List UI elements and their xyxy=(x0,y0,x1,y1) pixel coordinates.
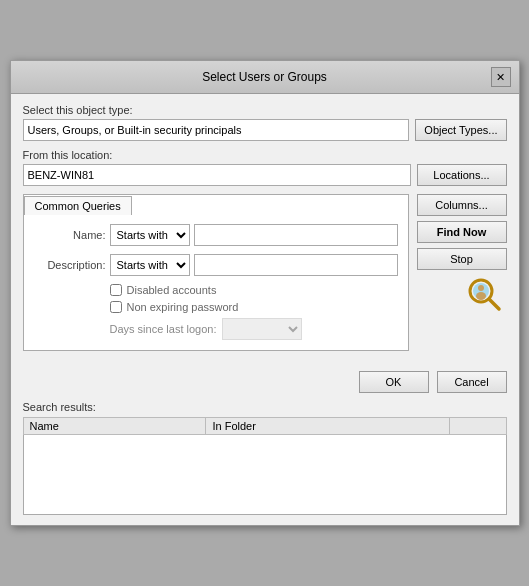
ok-button[interactable]: OK xyxy=(359,371,429,393)
object-type-row: Object Types... xyxy=(23,119,507,141)
group-box-content: Name: Starts with Description: Star xyxy=(24,214,408,350)
description-input[interactable] xyxy=(194,254,398,276)
common-queries-group: Common Queries Name: Starts with xyxy=(23,194,409,351)
disabled-accounts-label: Disabled accounts xyxy=(127,284,217,296)
col-extra xyxy=(450,418,506,435)
svg-point-3 xyxy=(478,285,484,291)
results-header-row: Name In Folder xyxy=(23,418,506,435)
columns-button[interactable]: Columns... xyxy=(417,194,507,216)
dialog-title: Select Users or Groups xyxy=(39,70,491,84)
days-row: Days since last logon: xyxy=(34,318,398,340)
object-type-label: Select this object type: xyxy=(23,104,507,116)
days-select[interactable] xyxy=(222,318,302,340)
select-users-dialog: Select Users or Groups ✕ Select this obj… xyxy=(10,60,520,526)
common-queries-tab[interactable]: Common Queries xyxy=(24,196,132,215)
disabled-accounts-checkbox[interactable] xyxy=(110,284,122,296)
title-bar: Select Users or Groups ✕ xyxy=(11,61,519,94)
description-label: Description: xyxy=(34,259,106,271)
search-results-label: Search results: xyxy=(23,401,507,413)
dialog-body: Select this object type: Object Types...… xyxy=(11,94,519,525)
non-expiring-label: Non expiring password xyxy=(127,301,239,313)
object-type-input[interactable] xyxy=(23,119,410,141)
name-row: Name: Starts with xyxy=(34,224,398,246)
disabled-accounts-row: Disabled accounts xyxy=(34,284,398,296)
svg-point-4 xyxy=(476,292,486,300)
non-expiring-row: Non expiring password xyxy=(34,301,398,313)
days-label: Days since last logon: xyxy=(110,323,217,335)
col-folder: In Folder xyxy=(206,418,450,435)
name-label: Name: xyxy=(34,229,106,241)
name-starts-with-select[interactable]: Starts with xyxy=(110,224,190,246)
location-label: From this location: xyxy=(23,149,507,161)
results-header: Name In Folder xyxy=(23,418,506,435)
right-panel: Columns... Find Now Stop xyxy=(417,194,507,361)
search-icon xyxy=(459,275,507,315)
results-body xyxy=(23,435,506,515)
common-queries-section: Common Queries Name: Starts with xyxy=(23,194,507,361)
empty-row xyxy=(23,435,506,515)
ok-cancel-row: OK Cancel xyxy=(23,371,507,393)
results-table: Name In Folder xyxy=(23,417,507,515)
description-row: Description: Starts with xyxy=(34,254,398,276)
left-content: Common Queries Name: Starts with xyxy=(23,194,409,361)
locations-button[interactable]: Locations... xyxy=(417,164,507,186)
location-input[interactable] xyxy=(23,164,411,186)
location-row: Locations... xyxy=(23,164,507,186)
svg-line-2 xyxy=(489,299,499,309)
cancel-button[interactable]: Cancel xyxy=(437,371,507,393)
object-types-button[interactable]: Object Types... xyxy=(415,119,506,141)
find-now-button[interactable]: Find Now xyxy=(417,221,507,243)
name-input[interactable] xyxy=(194,224,398,246)
non-expiring-checkbox[interactable] xyxy=(110,301,122,313)
content-area: Common Queries Name: Starts with xyxy=(23,194,507,361)
col-name: Name xyxy=(23,418,206,435)
stop-button[interactable]: Stop xyxy=(417,248,507,270)
tab-bar: Common Queries xyxy=(24,195,408,214)
close-button[interactable]: ✕ xyxy=(491,67,511,87)
description-starts-with-select[interactable]: Starts with xyxy=(110,254,190,276)
